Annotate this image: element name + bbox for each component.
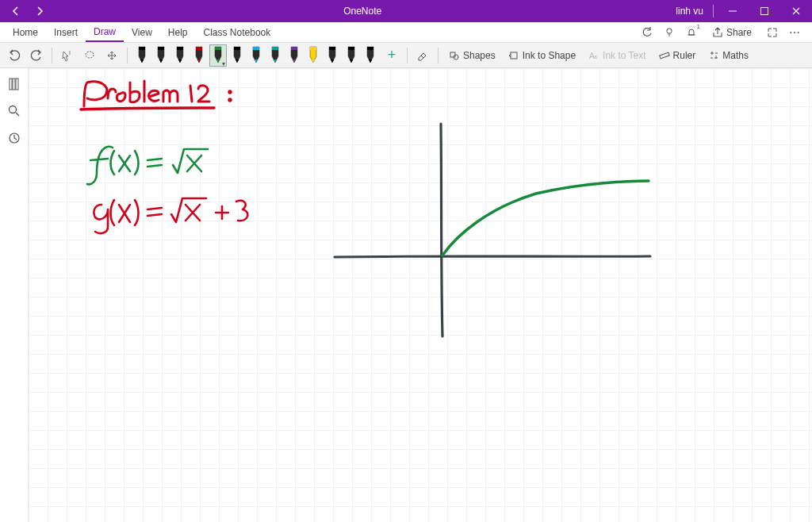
pen-6[interactable]	[247, 44, 265, 67]
maths-label: Maths	[722, 50, 749, 61]
svg-rect-15	[272, 47, 278, 50]
svg-rect-14	[253, 47, 259, 50]
pen-11[interactable]	[343, 44, 360, 67]
shapes-label: Shapes	[463, 50, 496, 61]
quick-bar	[0, 68, 29, 522]
type-cursor-button[interactable]: I	[58, 46, 77, 65]
svg-text:I: I	[69, 50, 71, 56]
fullscreen-icon[interactable]	[766, 26, 779, 39]
svg-point-42	[229, 99, 231, 101]
svg-rect-18	[329, 47, 335, 50]
nav-forward-button[interactable]	[30, 2, 49, 21]
canvas[interactable]	[29, 68, 812, 522]
lightbulb-icon[interactable]	[663, 26, 676, 39]
ink-eq1	[87, 147, 208, 185]
sync-icon[interactable]	[641, 26, 653, 39]
maths-button[interactable]: Maths	[703, 46, 753, 65]
svg-rect-13	[234, 47, 240, 50]
ruler-label: Ruler	[673, 50, 696, 61]
title-bar: OneNote linh vu	[0, 0, 812, 22]
titlebar-separator	[713, 5, 714, 17]
notebooks-icon[interactable]	[5, 75, 24, 94]
ink-title	[81, 81, 231, 109]
pan-button[interactable]	[102, 46, 121, 65]
share-button[interactable]: Share	[707, 23, 756, 42]
svg-point-34	[715, 56, 717, 57]
svg-rect-12	[215, 47, 221, 50]
ink-to-shape-button[interactable]: Ink to Shape	[504, 46, 580, 65]
ink-curve	[442, 181, 649, 255]
menu-bar: Home Insert Draw View Help Class Noteboo…	[0, 22, 812, 43]
menu-draw[interactable]: Draw	[86, 22, 124, 42]
ruler-button[interactable]: Ruler	[654, 46, 701, 65]
svg-rect-36	[13, 79, 15, 90]
pen-gallery: ▾	[133, 44, 379, 67]
pen-2[interactable]	[171, 44, 189, 67]
recent-icon[interactable]	[5, 129, 24, 148]
menu-home[interactable]: Home	[5, 22, 46, 42]
svg-rect-16	[291, 47, 297, 50]
draw-toolbar: I ▾ + Shapes Ink to Shape Aa Ink to Text…	[0, 43, 812, 68]
menu-help[interactable]: Help	[160, 22, 196, 42]
svg-rect-8	[139, 47, 145, 50]
svg-point-41	[229, 91, 231, 93]
svg-point-7	[86, 52, 94, 58]
ink-to-text-label: Ink to Text	[603, 50, 645, 61]
pen-4[interactable]: ▾	[209, 44, 227, 67]
svg-rect-10	[177, 47, 183, 50]
add-pen-button[interactable]: +	[382, 46, 401, 65]
svg-rect-35	[10, 79, 12, 90]
eraser-button[interactable]	[413, 46, 432, 65]
pen-7[interactable]	[266, 44, 284, 67]
svg-rect-11	[196, 47, 202, 50]
content-area	[0, 68, 812, 522]
ink-to-shape-label: Ink to Shape	[523, 50, 576, 61]
redo-button[interactable]	[27, 46, 46, 65]
maximize-button[interactable]	[749, 0, 780, 22]
lasso-button[interactable]	[80, 46, 99, 65]
svg-rect-1	[761, 8, 768, 15]
user-name[interactable]: linh vu	[669, 6, 710, 17]
pen-9[interactable]	[304, 44, 322, 67]
ink-to-text-button: Aa Ink to Text	[584, 46, 650, 65]
search-icon[interactable]	[5, 102, 24, 121]
svg-rect-17	[310, 47, 316, 50]
svg-text:a: a	[594, 54, 597, 59]
svg-rect-19	[348, 47, 354, 50]
pen-8[interactable]	[285, 44, 303, 67]
pen-1[interactable]	[152, 44, 170, 67]
svg-rect-9	[158, 47, 164, 50]
svg-rect-22	[450, 52, 455, 57]
pen-5[interactable]	[228, 44, 246, 67]
menu-view[interactable]: View	[124, 22, 160, 42]
pen-12[interactable]	[362, 44, 379, 67]
svg-rect-24	[511, 52, 517, 59]
ink-axes	[335, 124, 650, 336]
menu-insert[interactable]: Insert	[46, 22, 86, 42]
pen-10[interactable]	[324, 44, 341, 67]
svg-rect-27	[659, 52, 669, 59]
close-button[interactable]	[780, 0, 812, 22]
undo-button[interactable]	[5, 46, 24, 65]
nav-back-button[interactable]	[6, 2, 25, 21]
share-label: Share	[726, 27, 752, 38]
pen-3[interactable]	[190, 44, 208, 67]
pen-0[interactable]	[133, 44, 151, 67]
svg-line-21	[421, 56, 423, 58]
svg-rect-20	[367, 47, 373, 50]
notification-icon[interactable]: 1	[685, 26, 698, 39]
app-title: OneNote	[56, 6, 669, 17]
svg-rect-37	[16, 79, 18, 90]
more-icon[interactable]: ⋯	[788, 26, 801, 39]
menu-class-notebook[interactable]: Class Notebook	[196, 22, 279, 42]
ink-eq2	[94, 198, 247, 233]
svg-line-39	[16, 113, 19, 116]
ink-layer	[29, 68, 812, 522]
svg-point-38	[9, 106, 16, 113]
pen-dropdown-icon[interactable]: ▾	[222, 60, 225, 67]
minimize-button[interactable]	[717, 0, 749, 22]
svg-point-2	[667, 28, 672, 33]
shapes-button[interactable]: Shapes	[444, 46, 500, 65]
